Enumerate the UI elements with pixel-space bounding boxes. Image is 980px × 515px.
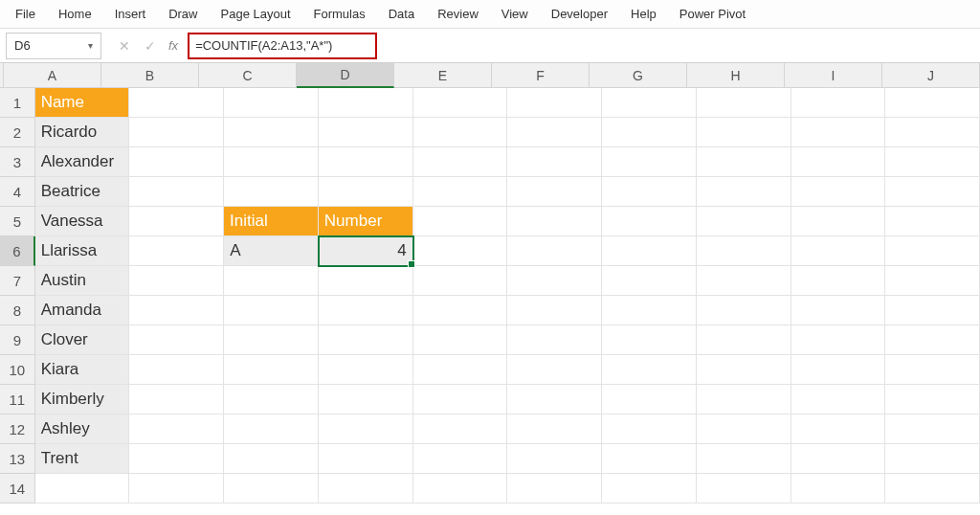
row-header-4[interactable]: 4: [0, 177, 35, 207]
row-header-1[interactable]: 1: [0, 88, 35, 118]
cell-A2[interactable]: Ricardo: [35, 118, 130, 147]
cell-B4[interactable]: [129, 177, 224, 207]
cell-A1[interactable]: Name: [35, 88, 130, 118]
cell-E14[interactable]: [413, 474, 508, 504]
cell-C2[interactable]: [224, 118, 319, 147]
cell-J7[interactable]: [885, 266, 980, 296]
cell-A5[interactable]: Vanessa: [35, 207, 130, 236]
cell-C8[interactable]: [224, 296, 319, 325]
cell-E6[interactable]: [413, 236, 508, 266]
cell-G12[interactable]: [602, 414, 697, 444]
cell-G9[interactable]: [602, 325, 697, 355]
cell-E5[interactable]: [413, 207, 508, 236]
cell-H10[interactable]: [697, 355, 791, 385]
cell-H6[interactable]: [697, 236, 791, 266]
cell-B7[interactable]: [129, 266, 224, 296]
cell-C4[interactable]: [224, 177, 319, 207]
cell-H2[interactable]: [697, 118, 791, 147]
cell-I6[interactable]: [791, 236, 886, 266]
cell-H12[interactable]: [697, 414, 791, 444]
cell-G6[interactable]: [602, 236, 697, 266]
name-box[interactable]: D6 ▾: [6, 33, 101, 59]
cell-E2[interactable]: [413, 118, 508, 147]
ribbon-tab-view[interactable]: View: [490, 3, 540, 25]
cell-H11[interactable]: [697, 385, 791, 414]
cell-F7[interactable]: [507, 266, 602, 296]
cell-F6[interactable]: [507, 236, 602, 266]
ribbon-tab-review[interactable]: Review: [426, 3, 490, 25]
cell-D5[interactable]: Number: [319, 207, 413, 236]
cell-B9[interactable]: [129, 325, 224, 355]
cell-G3[interactable]: [602, 147, 697, 177]
cell-C7[interactable]: [224, 266, 319, 296]
cell-I8[interactable]: [791, 296, 886, 325]
row-header-5[interactable]: 5: [0, 207, 35, 236]
cell-E4[interactable]: [413, 177, 508, 207]
cell-I9[interactable]: [791, 325, 886, 355]
row-header-7[interactable]: 7: [0, 266, 35, 296]
cell-B1[interactable]: [129, 88, 224, 118]
cell-F2[interactable]: [507, 118, 602, 147]
cell-D7[interactable]: [319, 266, 413, 296]
ribbon-tab-data[interactable]: Data: [377, 3, 426, 25]
cell-D3[interactable]: [319, 147, 413, 177]
cell-D13[interactable]: [319, 444, 413, 474]
cell-E13[interactable]: [413, 444, 508, 474]
cell-I5[interactable]: [791, 207, 886, 236]
cell-B6[interactable]: [129, 236, 224, 266]
column-header-D[interactable]: D: [297, 63, 394, 88]
row-header-13[interactable]: 13: [0, 444, 35, 474]
row-header-8[interactable]: 8: [0, 296, 35, 325]
cell-J3[interactable]: [885, 147, 980, 177]
cell-F1[interactable]: [507, 88, 602, 118]
cell-F9[interactable]: [507, 325, 602, 355]
cell-E10[interactable]: [413, 355, 508, 385]
cell-A8[interactable]: Amanda: [35, 296, 130, 325]
fx-icon[interactable]: fx: [168, 38, 178, 53]
cell-A11[interactable]: Kimberly: [35, 385, 130, 414]
cell-H14[interactable]: [697, 474, 791, 504]
cell-F5[interactable]: [507, 207, 602, 236]
cell-C5[interactable]: Initial: [224, 207, 319, 236]
ribbon-tab-help[interactable]: Help: [619, 3, 668, 25]
cell-F10[interactable]: [507, 355, 602, 385]
cell-F11[interactable]: [507, 385, 602, 414]
row-header-12[interactable]: 12: [0, 414, 35, 444]
cell-D14[interactable]: [319, 474, 413, 504]
cell-H13[interactable]: [697, 444, 791, 474]
cell-I14[interactable]: [791, 474, 886, 504]
cell-B8[interactable]: [129, 296, 224, 325]
cell-B11[interactable]: [129, 385, 224, 414]
cell-B3[interactable]: [129, 147, 224, 177]
cell-B5[interactable]: [129, 207, 224, 236]
enter-formula-button[interactable]: ✓: [141, 38, 160, 54]
cell-D1[interactable]: [319, 88, 413, 118]
row-header-2[interactable]: 2: [0, 118, 35, 147]
formula-input[interactable]: =COUNTIF(A2:A13,"A*"): [188, 33, 377, 59]
cell-H8[interactable]: [697, 296, 791, 325]
ribbon-tab-file[interactable]: File: [8, 3, 47, 25]
cell-A3[interactable]: Alexander: [35, 147, 130, 177]
column-header-G[interactable]: G: [590, 63, 687, 88]
cell-H7[interactable]: [697, 266, 791, 296]
cell-D2[interactable]: [319, 118, 413, 147]
cell-A14[interactable]: [35, 474, 130, 504]
cell-B13[interactable]: [129, 444, 224, 474]
ribbon-tab-home[interactable]: Home: [47, 3, 103, 25]
cell-I3[interactable]: [791, 147, 886, 177]
ribbon-tab-formulas[interactable]: Formulas: [302, 3, 377, 25]
cell-F13[interactable]: [507, 444, 602, 474]
cell-E11[interactable]: [413, 385, 508, 414]
cell-H3[interactable]: [697, 147, 791, 177]
column-header-I[interactable]: I: [785, 63, 882, 88]
cell-G7[interactable]: [602, 266, 697, 296]
column-header-H[interactable]: H: [687, 63, 785, 88]
cell-D11[interactable]: [319, 385, 413, 414]
column-header-B[interactable]: B: [101, 63, 199, 88]
cell-A10[interactable]: Kiara: [35, 355, 130, 385]
cell-G2[interactable]: [602, 118, 697, 147]
cell-I10[interactable]: [791, 355, 886, 385]
row-header-6[interactable]: 6: [0, 236, 35, 266]
row-header-14[interactable]: 14: [0, 474, 35, 504]
cell-J12[interactable]: [885, 414, 980, 444]
